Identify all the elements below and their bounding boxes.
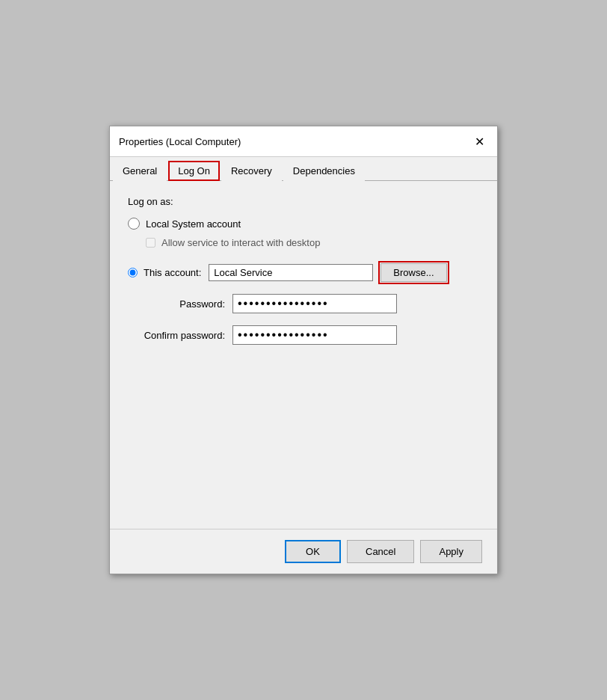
tab-bar: General Log On Recovery Dependencies: [110, 157, 497, 181]
allow-service-item: Allow service to interact with desktop: [146, 237, 479, 248]
properties-dialog: Properties (Local Computer) ✕ General Lo…: [109, 126, 498, 574]
tab-content: Log on as: Local System account Allow se…: [110, 181, 497, 529]
close-button[interactable]: ✕: [470, 132, 488, 150]
this-account-radio-container: This account:: [128, 267, 201, 278]
local-system-label: Local System account: [146, 218, 241, 230]
cancel-button[interactable]: Cancel: [347, 540, 414, 563]
tab-dependencies[interactable]: Dependencies: [283, 161, 365, 181]
this-account-label: This account:: [144, 267, 201, 278]
log-on-as-label: Log on as:: [128, 196, 479, 207]
allow-service-checkbox[interactable]: [146, 238, 155, 248]
password-input[interactable]: [232, 294, 397, 313]
this-account-group: This account: Browse...: [128, 263, 479, 282]
local-system-radio[interactable]: [128, 218, 140, 230]
password-group: Password:: [128, 294, 479, 313]
allow-service-label: Allow service to interact with desktop: [161, 237, 320, 248]
confirm-password-group: Confirm password:: [128, 325, 479, 345]
password-label: Password:: [128, 298, 225, 310]
this-account-input[interactable]: [209, 264, 373, 281]
tab-general[interactable]: General: [113, 161, 167, 181]
title-bar: Properties (Local Computer) ✕: [110, 126, 497, 157]
tab-logon[interactable]: Log On: [168, 161, 220, 181]
radio-group: Local System account Allow service to in…: [128, 218, 479, 248]
browse-button[interactable]: Browse...: [380, 263, 446, 282]
dialog-title: Properties (Local Computer): [119, 136, 241, 147]
ok-button[interactable]: OK: [285, 540, 341, 563]
this-account-radio[interactable]: [128, 268, 138, 277]
apply-button[interactable]: Apply: [420, 540, 482, 563]
confirm-password-input[interactable]: [232, 325, 397, 345]
confirm-password-label: Confirm password:: [128, 330, 225, 341]
bottom-buttons: OK Cancel Apply: [110, 529, 497, 574]
tab-recovery[interactable]: Recovery: [221, 161, 282, 181]
local-system-radio-item: Local System account: [128, 218, 479, 230]
